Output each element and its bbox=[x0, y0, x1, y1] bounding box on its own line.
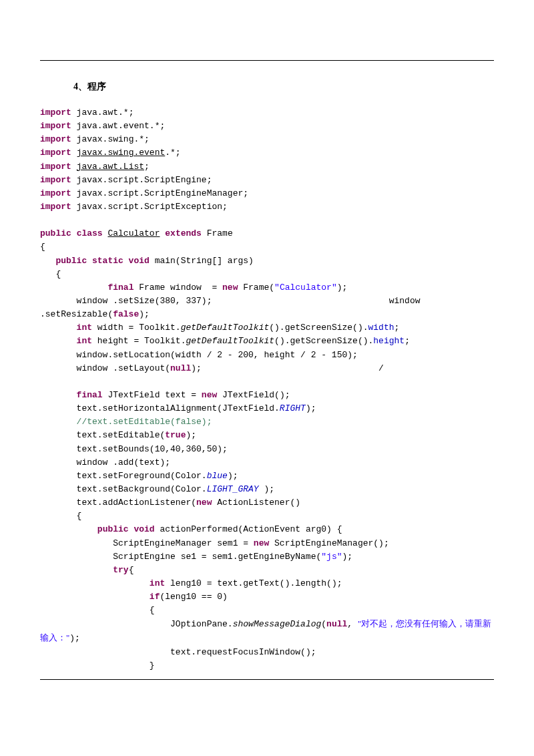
keyword: try bbox=[113, 565, 128, 575]
code-text: javax.script.ScriptEngineManager; bbox=[71, 188, 248, 198]
keyword: new bbox=[202, 390, 217, 400]
code-text: .*; bbox=[165, 148, 180, 158]
keyword: import bbox=[40, 162, 71, 172]
keyword: class bbox=[77, 228, 103, 238]
code-text: .setResizable( bbox=[40, 309, 113, 319]
code-text: text.setBackground(Color. bbox=[40, 484, 207, 494]
keyword: int bbox=[77, 336, 92, 346]
keyword: import bbox=[40, 121, 71, 131]
indent bbox=[40, 565, 113, 575]
code-text: window .setSize(380, 337); bbox=[40, 296, 212, 306]
code-text: window.setLocation(width / 2 - 200, heig… bbox=[40, 350, 358, 360]
code-text: width = Toolkit. bbox=[92, 323, 181, 333]
indent bbox=[40, 256, 55, 266]
code-text: ScriptEngine se1 = sem1.getEngineByName( bbox=[40, 552, 321, 562]
code-text: main(String[] args) bbox=[150, 256, 254, 266]
keyword: new bbox=[222, 282, 238, 293]
code-text: ); bbox=[228, 471, 238, 481]
code-text: ); bbox=[191, 363, 202, 373]
indent bbox=[40, 524, 97, 534]
section-title: 4、程序 bbox=[73, 81, 494, 93]
code-text: java.awt.*; bbox=[71, 108, 134, 118]
keyword: final bbox=[77, 390, 103, 400]
underlined-package: javax.swing.event bbox=[77, 148, 166, 158]
keyword: int bbox=[77, 323, 92, 333]
keyword: new bbox=[196, 498, 212, 508]
code-text: ActionListener() bbox=[212, 498, 300, 508]
keyword: null bbox=[326, 619, 347, 629]
bottom-divider bbox=[40, 679, 494, 680]
code-text: ); bbox=[264, 484, 274, 494]
code-text: Frame window = bbox=[134, 282, 222, 293]
keyword: extends bbox=[165, 228, 202, 238]
code-text: javax.script.ScriptException; bbox=[71, 202, 228, 212]
code-block: import java.awt.*; import java.awt.event… bbox=[40, 106, 494, 673]
code-text: java.awt.event.*; bbox=[71, 121, 165, 131]
code-text: ); bbox=[337, 282, 348, 293]
static-method: getDefaultToolkit bbox=[181, 323, 270, 333]
code-text: ); bbox=[342, 552, 353, 562]
code-text: { bbox=[129, 565, 134, 575]
keyword: public bbox=[40, 228, 71, 238]
keyword: import bbox=[40, 202, 71, 212]
code-text: leng10 = text.getText().length(); bbox=[165, 578, 342, 588]
static-method: getDefaultToolkit bbox=[186, 336, 274, 346]
code-text: text.setHorizontalAlignment(JTextField. bbox=[40, 403, 280, 413]
code-text: ); bbox=[186, 430, 196, 440]
keyword: true bbox=[165, 430, 186, 440]
code-text: , bbox=[347, 619, 358, 629]
code-text: ); bbox=[69, 633, 80, 643]
code-text: ; bbox=[394, 323, 400, 333]
code-text: } bbox=[40, 660, 155, 671]
code-text: ScriptEngineManager(); bbox=[269, 538, 388, 548]
indent bbox=[40, 390, 77, 400]
indent bbox=[40, 592, 150, 602]
code-text: ); bbox=[139, 309, 150, 319]
code-text: window .add(text); bbox=[40, 457, 170, 467]
keyword: null bbox=[170, 363, 191, 373]
code-text: text.setBounds(10,40,360,50); bbox=[40, 444, 228, 454]
keyword: new bbox=[254, 538, 269, 548]
document-page: 4、程序 import java.awt.*; import java.awt.… bbox=[0, 0, 534, 693]
code-text: ( bbox=[321, 619, 326, 629]
code-text: height = Toolkit. bbox=[92, 336, 186, 346]
string-literal: "js" bbox=[321, 552, 342, 562]
indent bbox=[40, 336, 77, 346]
top-divider bbox=[40, 60, 494, 61]
static-field: blue bbox=[207, 471, 228, 481]
static-method: showMessageDialog bbox=[233, 619, 322, 629]
keyword: import bbox=[40, 148, 71, 158]
code-text: text.requestFocusInWindow(); bbox=[40, 647, 316, 657]
code-text: Frame bbox=[202, 228, 233, 238]
keyword: final bbox=[107, 282, 134, 293]
indent bbox=[40, 578, 150, 588]
keyword: import bbox=[40, 134, 71, 144]
code-text: { bbox=[40, 269, 61, 279]
code-text: (leng10 == 0) bbox=[160, 592, 227, 602]
indent bbox=[40, 323, 77, 333]
code-text: window bbox=[389, 296, 421, 306]
code-text: window .setLayout( bbox=[40, 363, 170, 373]
keyword: import bbox=[40, 188, 71, 198]
code-text: / bbox=[202, 363, 384, 373]
static-field: LIGHT_GRAY bbox=[207, 484, 264, 494]
indent bbox=[40, 282, 107, 293]
field: height bbox=[373, 336, 405, 346]
keyword: import bbox=[40, 108, 71, 118]
code-text: javax.swing.*; bbox=[71, 134, 150, 144]
code-text: { bbox=[40, 511, 81, 521]
keyword: int bbox=[150, 578, 165, 588]
code-text: ); bbox=[306, 403, 316, 413]
code-text: ScriptEngineManager sem1 = bbox=[40, 538, 254, 548]
comment: //text.setEditable(false); bbox=[40, 417, 212, 427]
code-text: { bbox=[40, 242, 45, 252]
code-text: JOptionPane. bbox=[40, 619, 233, 629]
code-text: ; bbox=[144, 162, 150, 172]
code-text: JTextField text = bbox=[103, 390, 202, 400]
underlined-package: java.awt.List bbox=[77, 162, 144, 172]
keyword: public void bbox=[97, 524, 155, 534]
code-text: JTextField(); bbox=[217, 390, 290, 400]
static-field: RIGHT bbox=[280, 403, 306, 413]
code-text: ; bbox=[405, 336, 410, 346]
code-text: text.setForeground(Color. bbox=[40, 471, 207, 481]
